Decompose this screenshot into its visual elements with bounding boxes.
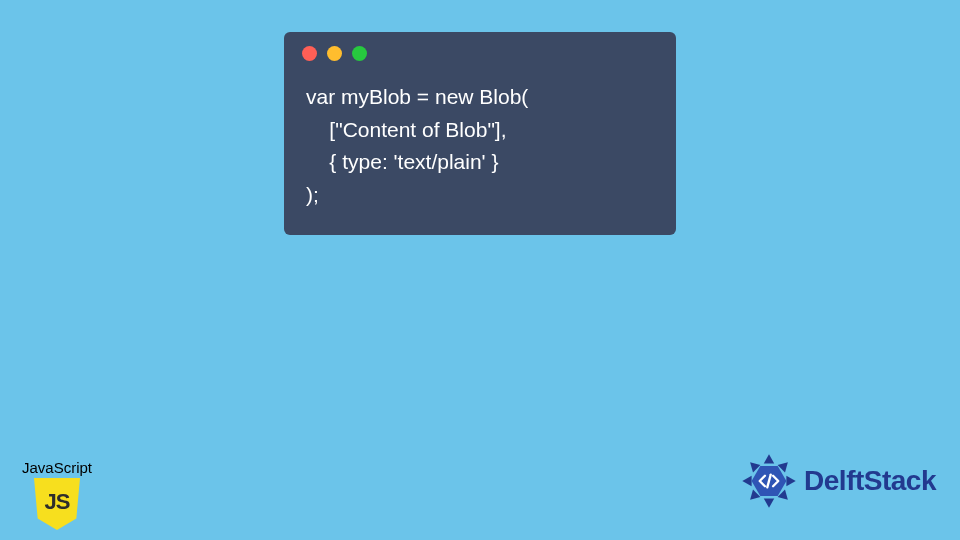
javascript-shield-text: JS bbox=[45, 489, 70, 515]
svg-marker-0 bbox=[764, 454, 774, 463]
delftstack-logo-icon bbox=[740, 452, 798, 510]
window-minimize-dot bbox=[327, 46, 342, 61]
javascript-label: JavaScript bbox=[12, 459, 102, 476]
javascript-badge: JavaScript JS bbox=[12, 459, 102, 530]
code-line: var myBlob = new Blob( bbox=[306, 85, 528, 108]
svg-marker-4 bbox=[764, 498, 774, 507]
code-line: ); bbox=[306, 183, 319, 206]
code-body: var myBlob = new Blob( ["Content of Blob… bbox=[284, 69, 676, 215]
window-titlebar bbox=[284, 32, 676, 69]
svg-marker-2 bbox=[786, 476, 795, 486]
javascript-shield-icon: JS bbox=[34, 478, 80, 530]
code-line: ["Content of Blob"], bbox=[306, 118, 507, 141]
code-window: var myBlob = new Blob( ["Content of Blob… bbox=[284, 32, 676, 235]
window-close-dot bbox=[302, 46, 317, 61]
code-line: { type: 'text/plain' } bbox=[306, 150, 498, 173]
window-zoom-dot bbox=[352, 46, 367, 61]
delftstack-text: DelftStack bbox=[804, 465, 936, 497]
delftstack-brand: DelftStack bbox=[740, 452, 936, 510]
svg-marker-6 bbox=[742, 476, 751, 486]
